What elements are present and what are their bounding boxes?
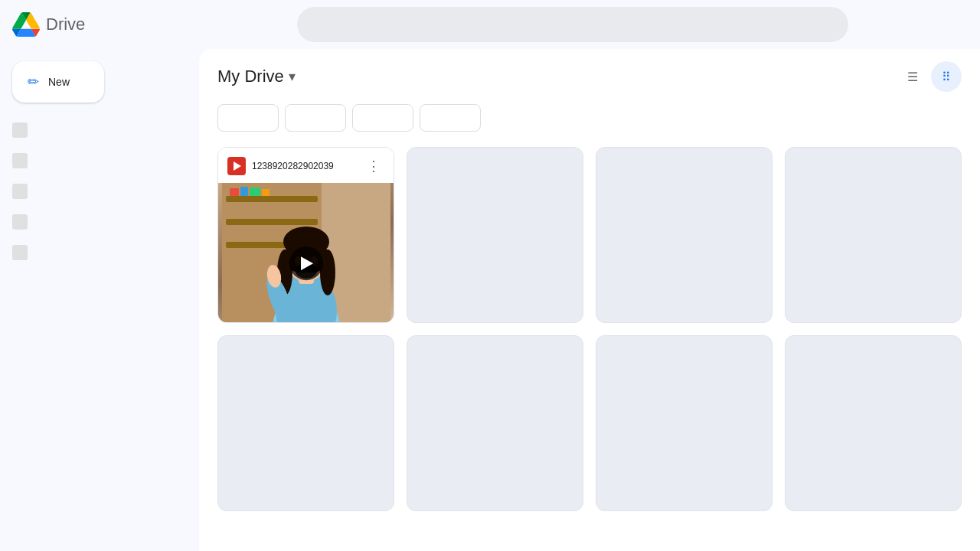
grid-view-button[interactable]: ⠿ — [931, 61, 962, 92]
grid-item-1[interactable]: 1238920282902039 ⋮ — [217, 147, 394, 323]
content-header: My Drive ▾ ☰ ⠿ — [217, 61, 962, 92]
grid-item-6[interactable] — [407, 335, 583, 511]
chevron-down-icon: ▾ — [289, 68, 296, 85]
svg-rect-3 — [226, 219, 318, 225]
grid-item-2[interactable] — [407, 147, 583, 323]
list-view-icon: ☰ — [907, 70, 918, 84]
file-grid: 1238920282902039 ⋮ — [217, 147, 962, 511]
video-file-icon — [227, 157, 246, 175]
svg-rect-2 — [226, 196, 318, 202]
svg-point-17 — [320, 249, 335, 295]
filter-chip-3[interactable] — [352, 104, 413, 132]
page-title: My Drive — [217, 67, 284, 86]
svg-rect-6 — [240, 187, 248, 196]
filter-chips — [217, 104, 962, 132]
sidebar-item-icon-4 — [12, 214, 28, 230]
view-controls: ☰ ⠿ — [897, 61, 962, 92]
sidebar-item-icon-5 — [12, 245, 28, 260]
play-triangle-icon — [301, 256, 313, 270]
item-more-button-1[interactable]: ⋮ — [363, 155, 384, 177]
filter-chip-1[interactable] — [217, 104, 279, 132]
logo-area: Drive — [12, 11, 165, 38]
item-title-row-1: 1238920282902039 — [227, 157, 334, 175]
sidebar-item-icon-3 — [12, 184, 28, 199]
sidebar: ✏ New — [0, 49, 199, 551]
svg-rect-7 — [250, 187, 260, 196]
play-button-overlay[interactable] — [289, 246, 323, 280]
new-button-icon: ✏ — [28, 73, 39, 90]
grid-item-4[interactable] — [785, 147, 962, 323]
item-name-1: 1238920282902039 — [252, 161, 334, 171]
search-input-wrapper[interactable] — [297, 7, 848, 42]
drive-logo-icon — [12, 11, 40, 38]
sidebar-item-3[interactable] — [0, 176, 187, 207]
content-area: My Drive ▾ ☰ ⠿ — [199, 49, 980, 551]
grid-item-8[interactable] — [785, 335, 962, 511]
new-button[interactable]: ✏ New — [12, 61, 104, 103]
my-drive-title-area[interactable]: My Drive ▾ — [217, 67, 296, 86]
filter-chip-2[interactable] — [285, 104, 346, 132]
new-button-label: New — [48, 76, 70, 88]
sidebar-item-icon-2 — [12, 153, 28, 168]
topbar: Drive — [0, 0, 980, 49]
list-view-button[interactable]: ☰ — [897, 61, 928, 92]
svg-rect-8 — [262, 189, 270, 196]
svg-rect-5 — [230, 188, 239, 196]
item-header-1: 1238920282902039 ⋮ — [218, 148, 394, 183]
search-bar — [297, 7, 848, 42]
item-thumbnail-1 — [218, 183, 394, 323]
main-layout: ✏ New My Drive ▾ ☰ — [0, 49, 980, 551]
grid-item-5[interactable] — [217, 335, 394, 511]
grid-item-7[interactable] — [596, 335, 773, 511]
sidebar-item-4[interactable] — [0, 207, 187, 237]
filter-chip-4[interactable] — [420, 104, 481, 132]
app-title: Drive — [46, 15, 85, 34]
video-play-triangle — [234, 161, 241, 171]
sidebar-item-1[interactable] — [0, 115, 187, 145]
grid-view-icon: ⠿ — [942, 70, 951, 84]
sidebar-item-icon-1 — [12, 122, 28, 138]
grid-item-3[interactable] — [596, 147, 773, 323]
sidebar-item-5[interactable] — [0, 237, 187, 268]
sidebar-item-2[interactable] — [0, 145, 187, 176]
